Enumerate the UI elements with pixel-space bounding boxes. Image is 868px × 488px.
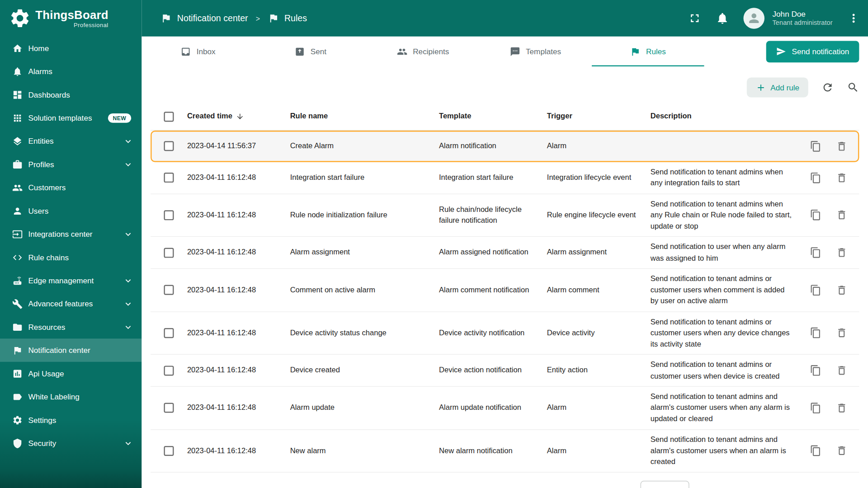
delete-icon[interactable] <box>836 402 848 414</box>
avatar[interactable] <box>744 8 765 29</box>
rule-name-cell: Device created <box>290 361 439 380</box>
table-row[interactable]: 2023-04-11 16:12:48 Device created Devic… <box>151 355 859 386</box>
delete-icon[interactable] <box>836 209 848 221</box>
delete-icon[interactable] <box>836 247 848 258</box>
sidebar-item-solution-templates[interactable]: Solution templates NEW <box>0 106 142 129</box>
tab-templates[interactable]: Templates <box>479 37 592 66</box>
breadcrumb-rules[interactable]: Rules <box>268 13 307 23</box>
delete-icon[interactable] <box>836 445 848 457</box>
copy-icon[interactable] <box>810 247 821 258</box>
sidebar-item-home[interactable]: Home <box>0 37 142 60</box>
sidebar-item-resources[interactable]: Resources <box>0 315 142 338</box>
column-header-description[interactable]: Description <box>651 107 807 127</box>
prev-page-icon[interactable] <box>791 486 804 488</box>
sidebar-item-api-usage[interactable]: Api Usage <box>0 362 142 385</box>
sidebar-item-settings[interactable]: Settings <box>0 408 142 432</box>
sidebar-item-users[interactable]: Users <box>0 199 142 222</box>
delete-icon[interactable] <box>836 284 848 296</box>
bell-icon[interactable] <box>716 12 729 25</box>
send-notification-button[interactable]: Send notification <box>766 41 859 62</box>
column-header-template[interactable]: Template <box>439 107 547 127</box>
bell-icon <box>12 66 23 76</box>
chevron-down-icon <box>123 159 133 169</box>
created-time-cell: 2023-04-11 16:12:48 <box>187 323 290 343</box>
sidebar-item-customers[interactable]: Customers <box>0 176 142 199</box>
more-vert-icon[interactable] <box>847 12 860 25</box>
sidebar-item-security[interactable]: Security <box>0 432 142 455</box>
next-page-icon[interactable] <box>818 486 831 488</box>
row-checkbox[interactable] <box>164 248 174 258</box>
table-row[interactable]: 2023-04-11 16:12:48 New alarm New alarm … <box>151 430 859 473</box>
sidebar-item-dashboards[interactable]: Dashboards <box>0 83 142 106</box>
sidebar-item-label: Entities <box>28 136 117 145</box>
row-checkbox[interactable] <box>164 403 174 413</box>
flag-icon <box>12 345 23 355</box>
delete-icon[interactable] <box>836 172 848 184</box>
table-row[interactable]: 2023-04-11 16:12:48 Alarm assignment Ala… <box>151 237 859 268</box>
copy-icon[interactable] <box>810 402 821 414</box>
items-per-page-select[interactable]: 10 <box>640 481 689 488</box>
sidebar-item-rule-chains[interactable]: Rule chains <box>0 246 142 269</box>
row-checkbox[interactable] <box>164 285 174 295</box>
delete-icon[interactable] <box>836 327 848 339</box>
search-icon[interactable] <box>847 81 859 94</box>
column-header-rule-name[interactable]: Rule name <box>290 107 439 127</box>
delete-icon[interactable] <box>836 365 848 376</box>
sidebar-item-integrations-center[interactable]: Integrations center <box>0 222 142 245</box>
select-all-checkbox[interactable] <box>164 112 174 122</box>
copy-icon[interactable] <box>810 365 821 376</box>
trigger-cell: Integration lifecycle event <box>547 168 651 188</box>
description-cell: Send notification to tenant admins and a… <box>651 430 807 472</box>
table-row[interactable]: 2023-04-11 16:12:48 Rule node initializa… <box>151 194 859 237</box>
sidebar-item-label: Alarms <box>28 67 133 76</box>
sidebar-item-profiles[interactable]: Profiles <box>0 153 142 176</box>
table-row[interactable]: 2023-04-11 16:12:48 Alarm update Alarm u… <box>151 387 859 430</box>
row-checkbox[interactable] <box>164 141 174 151</box>
row-checkbox[interactable] <box>164 366 174 375</box>
sidebar-item-label: Integrations center <box>28 230 117 239</box>
row-checkbox[interactable] <box>164 173 174 183</box>
copy-icon[interactable] <box>810 172 821 184</box>
breadcrumb-notification-center[interactable]: Notification center <box>160 13 248 23</box>
table-row[interactable]: 2023-04-11 16:12:48 Comment on active al… <box>151 269 859 312</box>
copy-icon[interactable] <box>810 209 821 221</box>
sidebar-item-white-labeling[interactable]: White Labeling <box>0 385 142 408</box>
tab-sent[interactable]: Sent <box>254 37 367 66</box>
last-page-icon[interactable] <box>845 486 858 488</box>
fullscreen-icon[interactable] <box>688 12 701 25</box>
tabs-bar: Inbox Sent Recipients Templates Rules <box>142 37 868 66</box>
sidebar-item-notification-center[interactable]: Notification center <box>0 338 142 361</box>
row-checkbox[interactable] <box>164 210 174 220</box>
tab-inbox[interactable]: Inbox <box>142 37 254 66</box>
person-icon <box>747 11 761 25</box>
sidebar-item-label: Customers <box>28 183 133 192</box>
copy-icon[interactable] <box>810 327 821 339</box>
column-header-created-time[interactable]: Created time <box>187 107 290 127</box>
table-row[interactable]: 2023-04-11 16:12:48 Device activity stat… <box>151 312 859 355</box>
row-checkbox[interactable] <box>164 328 174 338</box>
table-row[interactable]: 2023-04-14 11:56:37 Create Alarm Alarm n… <box>151 131 859 162</box>
copy-icon[interactable] <box>810 284 821 296</box>
tab-recipients[interactable]: Recipients <box>367 37 479 66</box>
tab-rules[interactable]: Rules <box>592 37 704 66</box>
delete-icon[interactable] <box>836 140 848 152</box>
tab-label: Templates <box>526 47 561 56</box>
sidebar-item-label: Security <box>28 439 117 448</box>
sidebar-item-entities[interactable]: Entities <box>0 130 142 153</box>
person-icon <box>12 206 23 216</box>
sidebar-item-edge-management[interactable]: Edge management <box>0 269 142 292</box>
refresh-icon[interactable] <box>821 81 834 94</box>
add-rule-button[interactable]: Add rule <box>747 77 808 97</box>
sidebar-item-label: Settings <box>28 416 133 425</box>
copy-icon[interactable] <box>810 445 821 457</box>
copy-icon[interactable] <box>810 140 821 152</box>
table-row[interactable]: 2023-04-11 16:12:48 Integration start fa… <box>151 162 859 194</box>
dashboard-icon <box>12 89 23 100</box>
row-checkbox[interactable] <box>164 446 174 456</box>
column-label: Created time <box>187 111 232 122</box>
first-page-icon[interactable] <box>764 486 777 488</box>
sidebar-item-advanced-features[interactable]: Advanced features <box>0 292 142 315</box>
sidebar-item-alarms[interactable]: Alarms <box>0 60 142 83</box>
flag-icon <box>268 13 278 23</box>
column-header-trigger[interactable]: Trigger <box>547 107 651 127</box>
